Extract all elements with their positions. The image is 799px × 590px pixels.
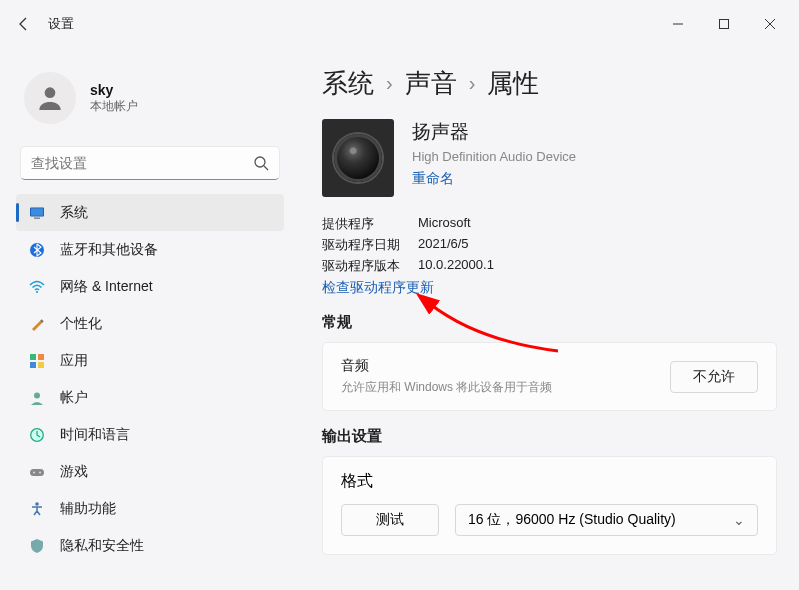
svg-point-7	[36, 290, 38, 292]
sidebar: sky 本地帐户 系统 蓝牙和其他设备 网络 & Internet	[0, 48, 296, 590]
svg-rect-10	[30, 362, 36, 368]
titlebar: 设置	[0, 0, 799, 48]
nav-label: 辅助功能	[60, 500, 116, 518]
search-input[interactable]	[31, 155, 253, 171]
nav-item-network[interactable]: 网络 & Internet	[16, 268, 284, 305]
check-driver-update-link[interactable]: 检查驱动程序更新	[322, 279, 777, 297]
chevron-right-icon: ›	[386, 72, 393, 95]
bluetooth-icon	[28, 241, 46, 259]
nav-label: 隐私和安全性	[60, 537, 144, 555]
nav-item-privacy[interactable]: 隐私和安全性	[16, 527, 284, 564]
svg-rect-5	[34, 217, 40, 218]
a11y-icon	[28, 500, 46, 518]
profile-sub: 本地帐户	[90, 98, 138, 115]
speaker-image	[322, 119, 394, 197]
deny-button[interactable]: 不允许	[670, 361, 758, 393]
svg-rect-14	[30, 469, 44, 476]
svg-point-2	[255, 157, 265, 167]
nav-item-a11y[interactable]: 辅助功能	[16, 490, 284, 527]
svg-point-16	[39, 471, 41, 473]
nav-item-bluetooth[interactable]: 蓝牙和其他设备	[16, 231, 284, 268]
system-icon	[28, 204, 46, 222]
search-box[interactable]	[20, 146, 280, 180]
breadcrumb: 系统 › 声音 › 属性	[322, 66, 777, 101]
svg-point-12	[34, 392, 40, 398]
nav-label: 游戏	[60, 463, 88, 481]
provider-label: 提供程序	[322, 215, 418, 233]
nav-list: 系统 蓝牙和其他设备 网络 & Internet 个性化 应用 帐户	[16, 194, 284, 564]
svg-point-1	[45, 87, 56, 98]
window-title: 设置	[48, 15, 74, 33]
nav-label: 网络 & Internet	[60, 278, 153, 296]
nav-item-account[interactable]: 帐户	[16, 379, 284, 416]
driver-date-value: 2021/6/5	[418, 236, 777, 254]
back-button[interactable]	[6, 6, 42, 42]
nav-item-personalize[interactable]: 个性化	[16, 305, 284, 342]
nav-item-gaming[interactable]: 游戏	[16, 453, 284, 490]
driver-version-value: 10.0.22000.1	[418, 257, 777, 275]
nav-label: 个性化	[60, 315, 102, 333]
device-subtitle: High Definition Audio Device	[412, 149, 576, 164]
profile-block[interactable]: sky 本地帐户	[16, 48, 284, 142]
svg-rect-0	[720, 20, 729, 29]
driver-info: 提供程序 Microsoft 驱动程序日期 2021/6/5 驱动程序版本 10…	[322, 215, 777, 275]
wifi-icon	[28, 278, 46, 296]
svg-rect-8	[30, 354, 36, 360]
section-general: 常规	[322, 313, 777, 332]
nav-label: 时间和语言	[60, 426, 130, 444]
account-icon	[28, 389, 46, 407]
svg-rect-9	[38, 354, 44, 360]
nav-item-time[interactable]: 时间和语言	[16, 416, 284, 453]
privacy-icon	[28, 537, 46, 555]
main-panel: 系统 › 声音 › 属性 扬声器 High Definition Audio D…	[296, 48, 799, 590]
apps-icon	[28, 352, 46, 370]
audio-title: 音频	[341, 357, 552, 375]
audio-desc: 允许应用和 Windows 将此设备用于音频	[341, 379, 552, 396]
breadcrumb-sound[interactable]: 声音	[405, 66, 457, 101]
section-output: 输出设置	[322, 427, 777, 446]
minimize-button[interactable]	[655, 8, 701, 40]
nav-item-system[interactable]: 系统	[16, 194, 284, 231]
avatar	[24, 72, 76, 124]
nav-label: 系统	[60, 204, 88, 222]
nav-item-apps[interactable]: 应用	[16, 342, 284, 379]
profile-name: sky	[90, 82, 138, 98]
svg-point-17	[35, 502, 39, 506]
chevron-down-icon: ⌄	[733, 512, 745, 528]
nav-label: 应用	[60, 352, 88, 370]
nav-label: 帐户	[60, 389, 88, 407]
nav-label: 蓝牙和其他设备	[60, 241, 158, 259]
maximize-button[interactable]	[701, 8, 747, 40]
driver-version-label: 驱动程序版本	[322, 257, 418, 275]
provider-value: Microsoft	[418, 215, 777, 233]
breadcrumb-system[interactable]: 系统	[322, 66, 374, 101]
driver-date-label: 驱动程序日期	[322, 236, 418, 254]
audio-card: 音频 允许应用和 Windows 将此设备用于音频 不允许	[322, 342, 777, 411]
svg-rect-11	[38, 362, 44, 368]
time-icon	[28, 426, 46, 444]
chevron-right-icon: ›	[469, 72, 476, 95]
gaming-icon	[28, 463, 46, 481]
breadcrumb-current: 属性	[487, 66, 539, 101]
svg-rect-4	[31, 208, 43, 215]
device-name: 扬声器	[412, 119, 576, 145]
test-button[interactable]: 测试	[341, 504, 439, 536]
svg-point-15	[33, 471, 35, 473]
format-title: 格式	[341, 471, 758, 492]
format-value: 16 位，96000 Hz (Studio Quality)	[468, 511, 676, 529]
personalize-icon	[28, 315, 46, 333]
format-card: 格式 测试 16 位，96000 Hz (Studio Quality) ⌄	[322, 456, 777, 555]
rename-link[interactable]: 重命名	[412, 170, 576, 188]
close-button[interactable]	[747, 8, 793, 40]
format-select[interactable]: 16 位，96000 Hz (Studio Quality) ⌄	[455, 504, 758, 536]
search-icon	[253, 155, 269, 171]
